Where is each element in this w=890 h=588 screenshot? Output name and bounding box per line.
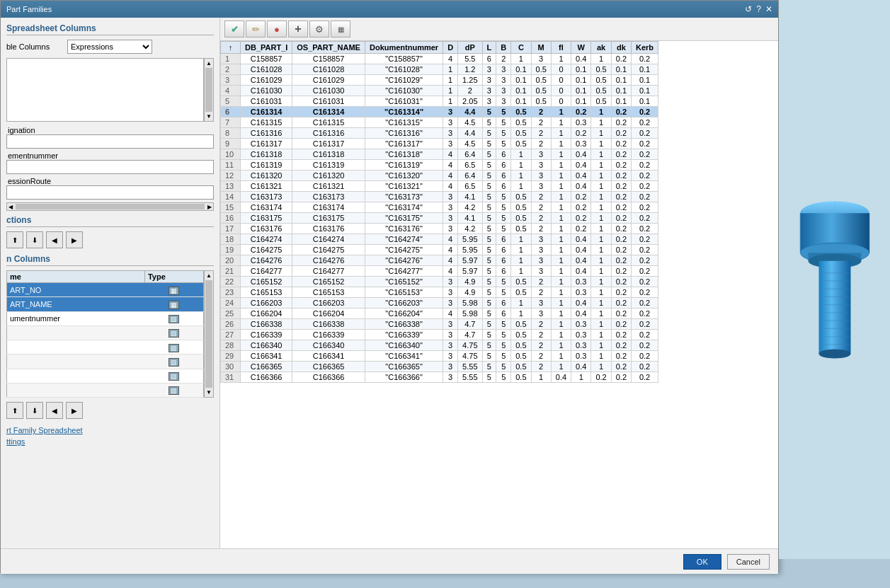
col-action-btn-2[interactable]: ⬇ bbox=[26, 402, 43, 419]
cell-12: 1 bbox=[591, 202, 611, 213]
table-row[interactable]: 7C161315C161315"C161315"34.5550.5210.310… bbox=[221, 117, 658, 128]
toolbar-btn-check[interactable]: ✔ bbox=[224, 21, 244, 38]
col-header-dk[interactable]: dk bbox=[611, 42, 631, 54]
table-row[interactable]: 20C164276C164276"C164276"45.97561310.410… bbox=[221, 255, 658, 266]
list-item[interactable]: ▨ bbox=[7, 354, 204, 369]
table-row[interactable]: 11C161319C161319"C161319"46.5561310.410.… bbox=[221, 160, 658, 171]
col-header-fl[interactable]: fl bbox=[551, 42, 571, 54]
table-row[interactable]: 2C161028C161028"C161028"11.2330.10.500.1… bbox=[221, 64, 658, 75]
col-header-m[interactable]: M bbox=[531, 42, 551, 54]
action-btn-3[interactable]: ◀ bbox=[46, 231, 63, 248]
question-icon[interactable]: ? bbox=[756, 4, 761, 14]
col-header-[interactable]: ↑ bbox=[221, 42, 241, 54]
cancel-button[interactable]: Cancel bbox=[727, 554, 770, 570]
table-row[interactable]: 3C161029C161029"C161029"11.25330.10.500.… bbox=[221, 75, 658, 86]
table-row[interactable]: 27C166339C166339"C166339"34.7550.5210.31… bbox=[221, 330, 658, 340]
col-header-dbparti[interactable]: DB_PART_I bbox=[241, 42, 292, 54]
table-row[interactable]: 10C161318C161318"C161318"46.4561310.410.… bbox=[221, 149, 658, 160]
table-row[interactable]: 1C158857C158857"C158857"45.5621310.410.2… bbox=[221, 54, 658, 64]
table-row[interactable]: 17C163176C163176"C163176"34.2550.5210.21… bbox=[221, 224, 658, 234]
list-item[interactable]: ▨ bbox=[7, 369, 204, 383]
col-action-btn-3[interactable]: ◀ bbox=[46, 402, 63, 419]
col-header-b[interactable]: B bbox=[496, 42, 511, 54]
table-row[interactable]: 5C161031C161031"C161031"12.05330.10.500.… bbox=[221, 96, 658, 107]
cell-9: 2 bbox=[531, 319, 551, 330]
list-item[interactable]: ▨ bbox=[7, 325, 204, 340]
table-row[interactable]: 8C161316C161316"C161316"34.4550.5210.210… bbox=[221, 128, 658, 139]
toolbar-btn-settings[interactable]: ⚙ bbox=[309, 21, 329, 38]
table-row[interactable]: 22C165152C165152"C165152"34.9550.5210.31… bbox=[221, 277, 658, 287]
table-row[interactable]: 21C164277C164277"C164277"45.97561310.410… bbox=[221, 266, 658, 277]
expressionroute-input[interactable] bbox=[6, 185, 214, 200]
available-columns-select[interactable]: Expressions bbox=[67, 40, 152, 54]
col-header-ospartname[interactable]: OS_PART_NAME bbox=[292, 42, 365, 54]
cell-10: 0 bbox=[551, 75, 571, 86]
col-header-w[interactable]: W bbox=[571, 42, 591, 54]
table-row[interactable]: 29C166341C166341"C166341"34.75550.5210.3… bbox=[221, 351, 658, 362]
cell-1: C161316 bbox=[241, 128, 292, 139]
close-icon[interactable]: ✕ bbox=[765, 4, 772, 14]
table-row[interactable]: 26C166338C166338"C166338"34.7550.5210.31… bbox=[221, 319, 658, 330]
table-row[interactable]: 4C161030C161030"C161030"12330.10.500.10.… bbox=[221, 86, 658, 96]
ignation-input[interactable] bbox=[6, 134, 214, 149]
col-action-btn-1[interactable]: ⬆ bbox=[6, 402, 23, 419]
help-icon[interactable]: ↺ bbox=[745, 4, 752, 14]
col-header-kerb[interactable]: Kerb bbox=[632, 42, 658, 54]
list-item[interactable]: ART_NAME▦ bbox=[7, 297, 204, 311]
action-btn-2[interactable]: ⬇ bbox=[26, 231, 43, 248]
action-btn-1[interactable]: ⬆ bbox=[6, 231, 23, 248]
list-item[interactable]: ▨ bbox=[7, 383, 204, 397]
table-row[interactable]: 15C163174C163174"C163174"34.2550.5210.21… bbox=[221, 202, 658, 213]
table-row[interactable]: 16C163175C163175"C163175"34.1550.5210.21… bbox=[221, 213, 658, 224]
table-row[interactable]: 23C165153C165153"C165153"34.9550.5210.31… bbox=[221, 287, 658, 298]
table-row[interactable]: 18C164274C164274"C164274"45.95561310.410… bbox=[221, 234, 658, 245]
col-header-ak[interactable]: ak bbox=[591, 42, 611, 54]
col-header-c[interactable]: C bbox=[511, 42, 531, 54]
cols-scrollbar[interactable]: ▲ ▼ bbox=[204, 270, 214, 398]
table-row[interactable]: 25C166204C166204"C166204"45.98561310.410… bbox=[221, 309, 658, 319]
h-scrollbar[interactable]: ◀ ▶ bbox=[6, 202, 214, 211]
list-item[interactable]: ART_NO▦ bbox=[7, 283, 204, 297]
link-family-spreadsheet[interactable]: rt Family Spreadsheet bbox=[6, 426, 214, 434]
table-row[interactable]: 19C164275C164275"C164275"45.95561310.410… bbox=[221, 245, 658, 255]
ok-button[interactable]: OK bbox=[683, 554, 721, 570]
cell-3: "C164275" bbox=[365, 245, 443, 255]
action-btn-4[interactable]: ▶ bbox=[66, 231, 83, 248]
table-row[interactable]: 9C161317C161317"C161317"34.5550.5210.310… bbox=[221, 139, 658, 149]
cell-12: 0.5 bbox=[591, 96, 611, 107]
col-header-l[interactable]: L bbox=[482, 42, 496, 54]
table-row[interactable]: 24C166203C166203"C166203"35.98561310.410… bbox=[221, 298, 658, 309]
list-scrollbar[interactable]: ▲ ▼ bbox=[204, 58, 214, 122]
cell-5: 5.98 bbox=[458, 309, 482, 319]
toolbar-btn-add[interactable]: + bbox=[288, 21, 308, 38]
col-header-dokumentnummer[interactable]: Dokumentnummer bbox=[365, 42, 443, 54]
expressionroute-row: essionRoute bbox=[6, 177, 214, 200]
cell-13: 0.2 bbox=[611, 202, 631, 213]
table-row[interactable]: 14C163173C163173"C163173"34.1550.5210.21… bbox=[221, 192, 658, 202]
list-item[interactable]: umentnummer▨ bbox=[7, 311, 204, 325]
table-row[interactable]: 28C166340C166340"C166340"34.75550.5210.3… bbox=[221, 340, 658, 351]
cell-2: C164276 bbox=[292, 255, 365, 266]
data-table-container[interactable]: ↑DB_PART_IOS_PART_NAMEDokumentnummerDdPL… bbox=[220, 41, 778, 548]
toolbar-btn-edit[interactable]: ✏ bbox=[246, 21, 266, 38]
left-panel: Spreadsheet Columns ble Columns Expressi… bbox=[1, 18, 220, 548]
cell-7: 6 bbox=[496, 234, 511, 245]
table-row[interactable]: 13C161321C161321"C161321"46.5561310.410.… bbox=[221, 181, 658, 192]
toolbar-btn-grid[interactable]: ▦ bbox=[331, 21, 350, 38]
elementnummer-input[interactable] bbox=[6, 160, 214, 174]
cell-1: C161028 bbox=[241, 64, 292, 75]
link-settings[interactable]: ttings bbox=[6, 437, 214, 446]
toolbar-btn-delete[interactable]: ● bbox=[267, 21, 287, 38]
col-action-btn-4[interactable]: ▶ bbox=[66, 402, 83, 419]
cell-4: 3 bbox=[443, 351, 458, 362]
col-header-dp[interactable]: dP bbox=[458, 42, 482, 54]
table-row[interactable]: 12C161320C161320"C161320"46.4561310.410.… bbox=[221, 171, 658, 181]
cell-7: 5 bbox=[496, 287, 511, 298]
col-header-d[interactable]: D bbox=[443, 42, 458, 54]
table-row[interactable]: 6C161314C161314"C161314"34.4550.5210.210… bbox=[221, 107, 658, 117]
cell-1: C158857 bbox=[241, 54, 292, 64]
list-item[interactable]: ▨ bbox=[7, 340, 204, 354]
columns-listbox[interactable] bbox=[6, 58, 204, 122]
table-row[interactable]: 30C166365C166365"C166365"35.55550.5210.4… bbox=[221, 362, 658, 372]
table-row[interactable]: 31C166366C166366"C166366"35.55550.510.41… bbox=[221, 372, 658, 383]
